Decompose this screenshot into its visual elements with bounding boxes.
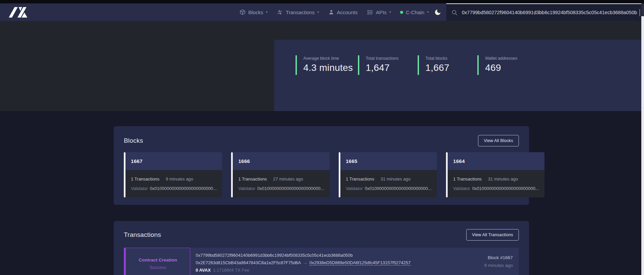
stat-label: Average block time — [303, 56, 353, 61]
transaction-hash-link[interactable]: 0x7799bd580272f9604140b6991d3bb6c19924bf… — [196, 253, 353, 258]
network-stats-panel: Average block time 4.3 minutes Total tra… — [274, 40, 644, 111]
transaction-row[interactable]: Contract Creation Success 0x7799bd580272… — [124, 248, 519, 275]
from-address-link[interactable]: 0x2E7263d815CbB43a9647843C8a1e2F5c87F75d… — [196, 260, 301, 265]
text-cursor — [640, 9, 640, 16]
block-card-inner: 1666 1 Transactions 27 minutes ago Valid… — [233, 152, 329, 197]
block-validator-line: Validator0x010000000000000000000000... — [346, 186, 431, 191]
chevron-down-icon — [427, 10, 429, 14]
block-card-inner: 1667 1 Transactions 9 minutes ago Valida… — [125, 152, 222, 197]
block-card-header: 1664 — [448, 152, 544, 170]
transaction-value: 0 AVAX — [196, 268, 211, 273]
transaction-status-badge: Success — [149, 265, 166, 270]
nav-item-chain-selector[interactable]: C-Chain — [400, 9, 429, 15]
stat-value: 1,667 — [425, 62, 449, 73]
nav-item-label: APIs — [376, 9, 387, 15]
stat-label: Wallet addresses — [485, 56, 517, 61]
nav-item-label: Blocks — [248, 9, 263, 15]
transaction-hash-line: 0x7799bd580272f9604140b6991d3bb6c19924bf… — [196, 253, 411, 258]
search-bar[interactable] — [446, 3, 644, 21]
transaction-type-badge: Contract Creation Success — [124, 248, 190, 275]
stat-value: 4.3 minutes — [303, 62, 353, 73]
nav-item-label: Transactions — [286, 9, 314, 15]
chevron-down-icon — [389, 10, 391, 14]
block-tx-line: 1 Transactions 9 minutes ago — [131, 176, 217, 182]
block-card[interactable]: 1665 1 Transactions 31 minutes ago Valid… — [339, 152, 437, 197]
block-timestamp: 9 minutes ago — [166, 176, 193, 182]
block-card[interactable]: 1667 1 Transactions 9 minutes ago Valida… — [124, 152, 222, 197]
view-all-blocks-button[interactable]: View All Blocks — [478, 135, 519, 146]
stat-label: Total transactions — [366, 56, 398, 61]
validator-address[interactable]: 0x010000000000000000000000... — [472, 186, 539, 191]
block-timestamp: 31 minutes ago — [488, 176, 518, 182]
validator-label: Validator — [238, 186, 255, 191]
chevron-down-icon — [317, 10, 319, 14]
api-lines-icon — [367, 9, 373, 16]
nav-menu: Blocks Transactions Accounts — [240, 9, 429, 16]
top-strip — [0, 0, 644, 3]
validator-label: Validator — [453, 186, 470, 191]
validator-address[interactable]: 0x010000000000000000000000... — [365, 186, 431, 191]
block-tx-count: 1 Transactions — [346, 176, 374, 182]
nav-item-label: C-Chain — [406, 9, 424, 15]
transaction-details: 0x7799bd580272f9604140b6991d3bb6c19924bf… — [190, 248, 411, 275]
scrollbar-thumb[interactable] — [641, 3, 644, 16]
block-card-body: 1 Transactions 27 minutes ago Validator0… — [233, 170, 329, 197]
cube-icon — [240, 9, 246, 15]
transaction-addresses-line: 0x2E7263d815CbB43a9647843C8a1e2F5c87F75d… — [196, 260, 411, 266]
block-card[interactable]: 1664 1 Transactions 31 minutes ago Valid… — [446, 152, 544, 197]
transaction-timestamp: 9 minutes ago — [484, 263, 513, 268]
block-card-header: 1667 — [125, 152, 222, 170]
stat-total-blocks: Total blocks 1,667 — [418, 55, 449, 75]
nav-item-transactions[interactable]: Transactions — [277, 9, 319, 16]
nav-item-label: Accounts — [337, 9, 358, 15]
theme-toggle-button[interactable] — [434, 8, 442, 16]
validator-address[interactable]: 0x010000000000000000000000... — [150, 186, 217, 191]
block-card-body: 1 Transactions 31 minutes ago Validator0… — [340, 170, 437, 197]
nav-item-accounts[interactable]: Accounts — [328, 9, 358, 15]
block-tx-count: 1 Transactions — [453, 176, 482, 182]
block-tx-line: 1 Transactions 31 minutes ago — [453, 176, 539, 182]
block-card-body: 1 Transactions 9 minutes ago Validator0x… — [125, 170, 222, 197]
blocks-section: Blocks View All Blocks 1667 1 Transactio… — [114, 126, 529, 205]
scrollbar-track[interactable] — [641, 3, 644, 275]
block-card-body: 1 Transactions 31 minutes ago Validator0… — [448, 170, 544, 197]
block-timestamp: 31 minutes ago — [381, 176, 411, 182]
block-number[interactable]: 1666 — [238, 158, 250, 164]
search-icon — [451, 9, 458, 16]
block-validator-line: Validator0x010000000000000000000000... — [238, 186, 324, 191]
block-tx-count: 1 Transactions — [131, 176, 160, 182]
block-link[interactable]: Block #1667 — [484, 255, 513, 260]
transaction-block-info: Block #1667 9 minutes ago — [484, 248, 519, 275]
block-number[interactable]: 1665 — [346, 158, 358, 164]
brand-logo-link[interactable] — [9, 7, 27, 18]
block-card[interactable]: 1666 1 Transactions 27 minutes ago Valid… — [231, 152, 329, 197]
chevron-down-icon — [266, 10, 268, 14]
block-cards-row: 1667 1 Transactions 9 minutes ago Valida… — [124, 152, 519, 197]
nav-item-apis[interactable]: APIs — [367, 9, 391, 16]
stat-value: 1,647 — [366, 62, 398, 73]
blocks-section-header: Blocks View All Blocks — [124, 135, 519, 147]
block-card-header: 1666 — [233, 152, 329, 170]
view-all-transactions-button[interactable]: View All Transactions — [466, 229, 519, 241]
block-number[interactable]: 1667 — [131, 158, 143, 164]
chain-status-dot — [400, 11, 403, 14]
validator-label: Validator — [346, 186, 363, 191]
block-number[interactable]: 1664 — [453, 158, 465, 164]
avalanche-logo — [9, 7, 27, 18]
nav-item-blocks[interactable]: Blocks — [240, 9, 268, 15]
search-input[interactable] — [462, 10, 639, 15]
to-address-link[interactable]: 0x2938eD5D869e50DA6f125dfc45F13157f52742… — [309, 260, 411, 265]
transfer-arrows-icon — [277, 9, 283, 16]
transaction-fee: 1.1718604 TX Fee — [213, 268, 249, 273]
block-validator-line: Validator0x010000000000000000000000... — [131, 186, 217, 191]
block-card-inner: 1664 1 Transactions 31 minutes ago Valid… — [448, 152, 544, 197]
transactions-section-header: Transactions View All Transactions — [124, 229, 519, 241]
validator-address[interactable]: 0x010000000000000000000000... — [257, 186, 324, 191]
transaction-value-line: 0 AVAX1.1718604 TX Fee — [196, 268, 411, 273]
blocks-section-title: Blocks — [124, 137, 143, 144]
hero-section: Average block time 4.3 minutes Total tra… — [0, 21, 644, 111]
stat-value: 469 — [485, 62, 517, 73]
block-tx-line: 1 Transactions 31 minutes ago — [346, 176, 431, 182]
transactions-section: Transactions View All Transactions Contr… — [114, 221, 529, 275]
block-card-header: 1665 — [340, 152, 437, 170]
